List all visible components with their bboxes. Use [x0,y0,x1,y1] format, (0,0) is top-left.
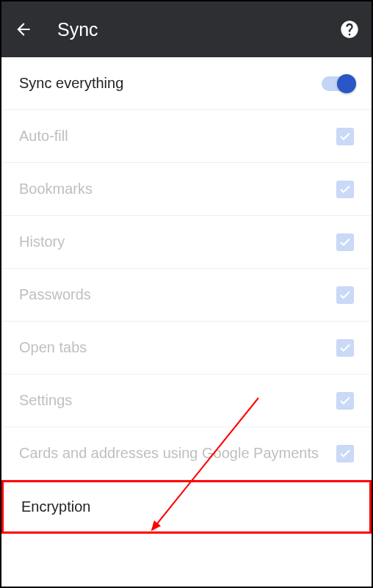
settings-row: Settings [1,374,372,427]
passwords-label: Passwords [19,285,336,305]
open-tabs-label: Open tabs [19,338,336,357]
autofill-row: Auto-fill [1,110,372,163]
sync-everything-row[interactable]: Sync everything [1,57,372,110]
sync-everything-toggle[interactable] [322,76,354,91]
settings-list: Sync everything Auto-fill Bookmarks Hist… [1,57,372,534]
app-header: Sync [1,1,372,57]
passwords-row: Passwords [1,269,372,322]
open-tabs-checkbox [336,339,354,357]
settings-checkbox [336,392,354,410]
bookmarks-label: Bookmarks [19,179,336,199]
bookmarks-checkbox [336,181,354,198]
page-title: Sync [57,19,339,40]
toggle-knob [337,74,356,93]
passwords-checkbox [336,286,354,304]
cards-addresses-row: Cards and addresses using Google Payment… [1,427,372,480]
cards-addresses-label: Cards and addresses using Google Payment… [19,443,336,463]
cards-addresses-checkbox [336,445,354,462]
history-row: History [1,216,372,269]
back-icon[interactable] [13,19,34,40]
encryption-row[interactable]: Encryption [1,480,372,534]
encryption-label: Encryption [21,497,352,517]
settings-label: Settings [19,391,336,410]
sync-everything-label: Sync everything [19,73,322,93]
help-icon[interactable] [339,19,360,40]
open-tabs-row: Open tabs [1,322,372,374]
bookmarks-row: Bookmarks [1,163,372,216]
autofill-checkbox [336,128,354,145]
autofill-label: Auto-fill [19,126,336,146]
history-checkbox [336,233,354,251]
history-label: History [19,232,336,252]
